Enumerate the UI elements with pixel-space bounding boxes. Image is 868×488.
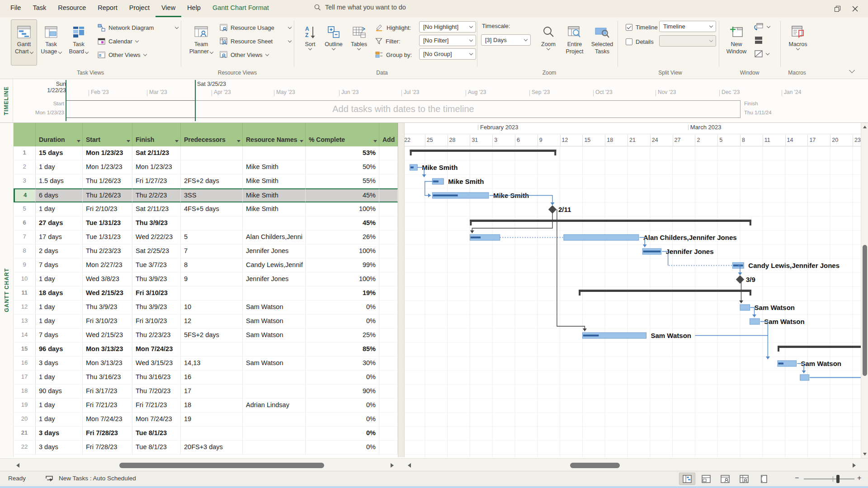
cell-predecessors[interactable]: 16 <box>181 371 243 385</box>
gantt-scroll-right-icon[interactable] <box>853 463 856 468</box>
cell-start[interactable]: Thu 3/16/23 <box>83 371 132 385</box>
timeline-pane-tab[interactable]: TIMELINE <box>0 79 13 122</box>
cell-percent-complete[interactable]: 55% <box>306 174 379 188</box>
cell-predecessors[interactable] <box>181 146 243 160</box>
cell-duration[interactable]: 17 days <box>36 230 83 244</box>
cell-start[interactable]: Thu 2/23/23 <box>83 244 132 258</box>
column-header--complete[interactable]: % Complete <box>306 123 379 146</box>
row-number[interactable]: 10 <box>14 272 36 286</box>
cell-start[interactable]: Fri 3/10/23 <box>83 314 132 328</box>
cell-finish[interactable]: Tue 8/1/23 <box>132 441 181 455</box>
table-row[interactable]: 201 dayMon 7/24/23Mon 7/24/23190% <box>14 413 398 427</box>
cell-add[interactable] <box>379 357 398 371</box>
cell-add[interactable] <box>379 343 398 357</box>
cell-finish[interactable]: Fri 7/21/23 <box>132 399 181 413</box>
tables-button[interactable]: Tables <box>347 19 371 66</box>
cell-percent-complete[interactable]: 53% <box>306 146 379 160</box>
cell-percent-complete[interactable]: 0% <box>306 371 379 385</box>
sort-button[interactable]: AZ Sort <box>299 19 321 66</box>
timeline-checkbox-row[interactable]: Timeline <box>626 21 658 33</box>
cell-finish[interactable]: Tue 8/1/23 <box>132 427 181 441</box>
cell-resources[interactable]: Mike Smith <box>243 160 306 174</box>
timeline-visible-span[interactable] <box>66 100 195 118</box>
task-board-button[interactable]: Task Board <box>66 19 91 66</box>
macros-button[interactable]: Macros <box>786 19 810 66</box>
table-row[interactable]: 51 dayFri 2/10/23Sat 2/11/234FS+5 daysMi… <box>14 202 398 216</box>
cell-predecessors[interactable]: 10 <box>181 300 243 314</box>
group-by-dropdown[interactable]: [No Group] <box>419 48 476 60</box>
cell-percent-complete[interactable]: 19% <box>306 286 379 300</box>
filter-dropdown[interactable]: [No Filter] <box>419 35 476 46</box>
cell-duration[interactable]: 3 days <box>36 357 83 371</box>
pane-splitter[interactable] <box>398 123 405 457</box>
resource-usage-button[interactable]: Resource Usage <box>220 22 291 33</box>
row-number[interactable]: 3 <box>14 174 36 188</box>
arrange-all-button[interactable] <box>754 34 775 46</box>
filter-arrow-icon[interactable] <box>77 140 80 142</box>
cell-start[interactable]: Fri 7/21/23 <box>83 399 132 413</box>
calendar-button[interactable]: Calendar <box>98 35 178 47</box>
cell-start[interactable]: Fri 3/17/23 <box>83 385 132 399</box>
cell-finish[interactable]: Tue 3/7/23 <box>132 258 181 272</box>
cell-percent-complete[interactable]: 0% <box>306 300 379 314</box>
cell-finish[interactable]: Thu 2/23/23 <box>132 328 181 343</box>
gantt-scroll-thumb[interactable] <box>570 463 620 468</box>
cell-predecessors[interactable] <box>181 427 243 441</box>
cell-predecessors[interactable]: 5 <box>181 230 243 244</box>
table-row[interactable]: 31.5 daysThu 1/26/23Fri 1/27/232FS+2 day… <box>14 174 398 188</box>
cell-predecessors[interactable]: 7 <box>181 244 243 258</box>
gantt-chart-pane-tab[interactable]: GANTT CHART <box>0 123 14 457</box>
cell-finish[interactable]: Thu 2/2/23 <box>132 188 181 202</box>
task-usage-button[interactable]: Task Usage <box>39 19 63 66</box>
cell-percent-complete[interactable]: 99% <box>306 258 379 272</box>
cell-add[interactable] <box>379 328 398 343</box>
view-task-usage-button[interactable] <box>698 473 714 485</box>
cell-start[interactable]: Wed 3/8/23 <box>83 272 132 286</box>
cell-add[interactable] <box>379 174 398 188</box>
cell-resources[interactable]: Sam Watson <box>243 357 306 371</box>
cell-duration[interactable]: 27 days <box>36 216 83 230</box>
cell-add[interactable] <box>379 244 398 258</box>
new-window-button[interactable]: New Window <box>722 19 750 66</box>
cell-start[interactable]: Fri 7/28/23 <box>83 427 132 441</box>
resource-sheet-button[interactable]: Resource Sheet <box>220 35 291 47</box>
cell-add[interactable] <box>379 286 398 300</box>
cell-resources[interactable]: Sam Watson <box>243 300 306 314</box>
cell-predecessors[interactable]: 9 <box>181 272 243 286</box>
cell-add[interactable] <box>379 258 398 272</box>
zoom-thumb[interactable] <box>836 475 840 483</box>
cell-duration[interactable]: 18 days <box>36 286 83 300</box>
cell-resources[interactable] <box>243 371 306 385</box>
table-row[interactable]: 213 daysFri 7/28/23Tue 8/1/230% <box>14 427 398 441</box>
filter-arrow-icon[interactable] <box>373 140 377 142</box>
cell-finish[interactable]: Wed 3/15/23 <box>132 357 181 371</box>
cell-resources[interactable] <box>243 286 306 300</box>
cell-duration[interactable]: 1 day <box>36 371 83 385</box>
cell-percent-complete[interactable]: 100% <box>306 272 379 286</box>
cell-start[interactable]: Thu 3/9/23 <box>83 300 132 314</box>
cell-add[interactable] <box>379 314 398 328</box>
cell-start[interactable]: Mon 1/23/23 <box>83 146 132 160</box>
cell-duration[interactable]: 1 day <box>36 202 83 216</box>
row-number[interactable]: 18 <box>14 385 36 399</box>
cell-resources[interactable] <box>243 216 306 230</box>
row-number[interactable]: 22 <box>14 441 36 455</box>
menu-tab-help[interactable]: Help <box>181 0 207 17</box>
cell-predecessors[interactable]: 20FS+3 days <box>181 441 243 455</box>
table-row[interactable]: 163 daysMon 3/13/23Wed 3/15/2314,13Sam W… <box>14 357 398 371</box>
cell-finish[interactable]: Thu 7/20/23 <box>132 385 181 399</box>
table-row[interactable]: 82 daysThu 2/23/23Sat 2/25/237Jennifer J… <box>14 244 398 258</box>
cell-duration[interactable]: 1 day <box>36 160 83 174</box>
cell-add[interactable] <box>379 146 398 160</box>
table-scroll-left-icon[interactable] <box>16 463 19 468</box>
cell-duration[interactable]: 1 day <box>36 413 83 427</box>
cell-duration[interactable]: 1 day <box>36 314 83 328</box>
table-row[interactable]: 1118 daysWed 2/15/23Fri 3/10/2319% <box>14 286 398 300</box>
switch-windows-button[interactable] <box>754 21 775 33</box>
zoom-out-button[interactable]: − <box>795 474 799 482</box>
cell-predecessors[interactable]: 12 <box>181 314 243 328</box>
cell-start[interactable]: Wed 2/15/23 <box>83 286 132 300</box>
cell-add[interactable] <box>379 441 398 455</box>
cell-percent-complete[interactable]: 0% <box>306 427 379 441</box>
cell-percent-complete[interactable]: 25% <box>306 328 379 343</box>
